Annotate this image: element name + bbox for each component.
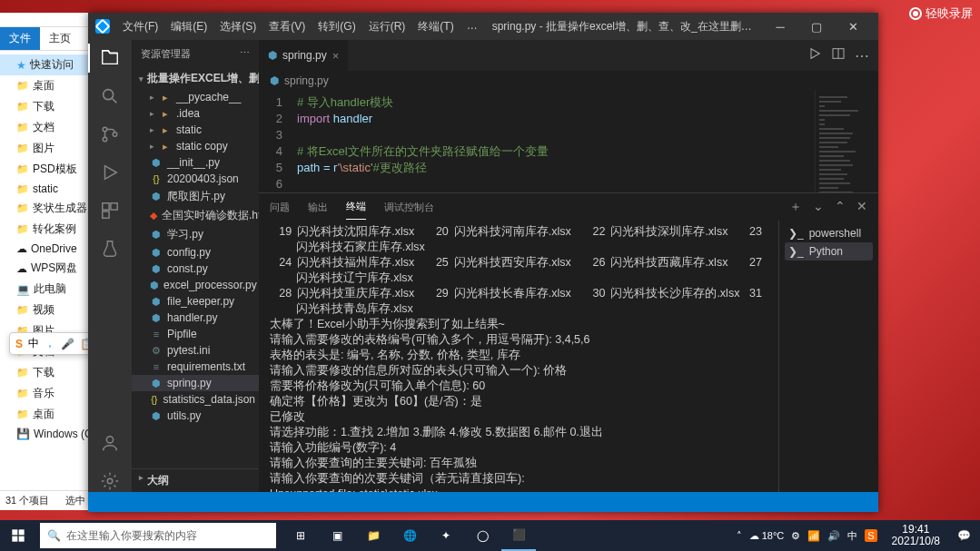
file-item[interactable]: ⚙pytest.ini [132, 342, 259, 359]
file-item[interactable]: ◆全国实时确诊数据.html [132, 206, 259, 225]
split-editor-icon[interactable] [831, 46, 846, 64]
taskbar-clock[interactable]: 19:41 2021/10/8 [885, 524, 947, 547]
taskbar-search[interactable]: 🔍 在这里输入你要搜索的内容 [40, 523, 276, 548]
explorer-pc-item[interactable]: 视频 [0, 300, 91, 320]
menu-view[interactable]: 查看(V) [263, 19, 311, 34]
file-item[interactable]: ⬢utils.py [132, 408, 259, 424]
minimap[interactable] [815, 91, 878, 192]
menu-terminal[interactable]: 终端(T) [412, 19, 459, 34]
close-panel-icon[interactable]: ✕ [856, 193, 867, 221]
wps-drive[interactable]: ☁ WPS网盘 [0, 258, 91, 279]
explorer-item[interactable]: 转化案例 [0, 219, 91, 240]
start-button[interactable] [0, 528, 36, 543]
file-item[interactable]: ⬢spring.py [132, 375, 259, 391]
menu-more[interactable]: … [461, 19, 483, 34]
explorer-pc-item[interactable]: 💾 Windows (C [0, 425, 91, 443]
tray-icon[interactable]: 🔊 [827, 530, 840, 542]
menu-selection[interactable]: 选择(S) [214, 19, 262, 34]
explorer-item[interactable]: 下载 [0, 96, 91, 117]
ime-lang[interactable]: 中 [28, 336, 39, 351]
explorer-item[interactable]: 文档 [0, 117, 91, 138]
terminal-dropdown-icon[interactable]: ⌄ [813, 193, 824, 221]
source-control-icon[interactable] [99, 123, 121, 145]
copilot-icon[interactable]: ✦ [429, 520, 463, 551]
editor-tab[interactable]: ⬢ spring.py × [259, 40, 349, 71]
this-pc[interactable]: 💻 此电脑 [0, 279, 91, 300]
file-item[interactable]: ⬢file_keeper.py [132, 293, 259, 310]
panel-tab-debug[interactable]: 调试控制台 [384, 195, 434, 220]
workspace-root[interactable]: 批量操作EXCEL增、删、查… [147, 71, 259, 86]
file-item[interactable]: {}statistics_data.json [132, 391, 259, 408]
explorer-pc-item[interactable]: 下载 [0, 362, 91, 383]
taskbar-app-icon[interactable]: ▣ [320, 520, 354, 551]
tray-icon[interactable]: ⚙ [791, 530, 800, 542]
explorer-item[interactable]: 桌面 [0, 75, 91, 96]
account-icon[interactable] [99, 432, 121, 454]
file-explorer-icon[interactable]: 📁 [356, 520, 391, 551]
ime-mic-icon[interactable]: 🎤 [61, 338, 74, 350]
weather-widget[interactable]: ☁ 18°C [749, 530, 785, 542]
file-item[interactable]: {}20200403.json [132, 171, 259, 187]
notification-icon[interactable]: 💬 [947, 529, 980, 542]
explorer-item[interactable]: 奖状生成器 [0, 198, 91, 219]
task-view-icon[interactable]: ⊞ [283, 520, 318, 551]
maximize-button[interactable]: ▢ [798, 13, 835, 40]
code-content[interactable]: # 导入handler模块 import handler # 将Excel文件所… [292, 91, 815, 192]
tab-close-icon[interactable]: × [332, 49, 340, 63]
vscode-menu[interactable]: 文件(F) 编辑(E) 选择(S) 查看(V) 转到(G) 运行(R) 终端(T… [117, 19, 483, 34]
menu-run[interactable]: 运行(R) [363, 19, 411, 34]
tray-ime-icon[interactable]: 中 [847, 529, 857, 543]
tab-more-icon[interactable]: ⋯ [855, 47, 869, 64]
file-item[interactable]: ⬢excel_processor.py [132, 277, 259, 293]
file-item[interactable]: ⬢__init__.py [132, 154, 259, 171]
file-item[interactable]: ⬢学习.py [132, 225, 259, 244]
terminal[interactable]: 19闪光科技沈阳库存.xlsx20闪光科技河南库存.xlsx22闪光科技深圳库存… [259, 221, 778, 492]
menu-file[interactable]: 文件(F) [117, 19, 163, 34]
close-button[interactable]: ✕ [835, 13, 871, 40]
panel-tab-problems[interactable]: 问题 [270, 195, 290, 220]
file-item[interactable]: ≡requirements.txt [132, 359, 259, 375]
vscode-titlebar[interactable]: 文件(F) 编辑(E) 选择(S) 查看(V) 转到(G) 运行(R) 终端(T… [88, 13, 878, 40]
explorer-item[interactable]: 图片 [0, 138, 91, 159]
tray-sogou-icon[interactable]: S [865, 529, 876, 542]
terminal-session[interactable]: ❯_Python [785, 242, 873, 261]
file-item[interactable]: ▸▸static copy [132, 138, 259, 154]
menu-go[interactable]: 转到(G) [312, 19, 361, 34]
file-item[interactable]: ▸▸.idea [132, 105, 259, 122]
panel-tab-output[interactable]: 输出 [308, 195, 328, 220]
outline-label[interactable]: 大纲 [147, 473, 169, 488]
breadcrumb[interactable]: ⬢ spring.py [259, 71, 878, 91]
status-bar[interactable] [88, 492, 878, 512]
file-item[interactable]: ▸▸static [132, 122, 259, 138]
code-editor[interactable]: 12345678 # 导入handler模块 import handler # … [259, 91, 878, 192]
search-icon[interactable] [99, 85, 121, 107]
vscode-taskbar-icon[interactable]: ⬛ [501, 520, 536, 551]
file-item[interactable]: ⬢const.py [132, 261, 259, 277]
minimize-button[interactable]: ─ [762, 13, 798, 40]
settings-icon[interactable] [99, 470, 121, 492]
file-item[interactable]: ▸▸__pycache__ [132, 89, 259, 105]
extensions-icon[interactable] [99, 200, 121, 221]
menu-edit[interactable]: 编辑(E) [165, 19, 213, 34]
onedrive[interactable]: ☁ OneDrive [0, 240, 91, 258]
testing-icon[interactable] [99, 238, 121, 260]
chrome-icon[interactable]: ◯ [465, 520, 500, 551]
tray-chevron-icon[interactable]: ˄ [737, 530, 742, 542]
maximize-panel-icon[interactable]: ⌃ [835, 193, 846, 221]
panel-tab-terminal[interactable]: 终端 [346, 194, 366, 220]
quick-access[interactable]: 快速访问 [0, 54, 91, 75]
explorer-item[interactable]: static [0, 180, 91, 198]
debug-icon[interactable] [99, 162, 121, 183]
new-terminal-icon[interactable]: ＋ [789, 193, 802, 221]
file-item[interactable]: ⬢handler.py [132, 310, 259, 326]
file-item[interactable]: ⬢爬取图片.py [132, 187, 259, 206]
sidebar-more-icon[interactable]: ⋯ [240, 47, 250, 61]
explorer-pc-item[interactable]: 桌面 [0, 404, 91, 425]
explorer-icon[interactable] [99, 47, 121, 69]
tray-icon[interactable]: 📶 [807, 530, 820, 542]
explorer-tab-file[interactable]: 文件 [0, 27, 40, 50]
explorer-item[interactable]: PSD模板 [0, 159, 91, 180]
file-item[interactable]: ≡Pipfile [132, 326, 259, 342]
terminal-session[interactable]: ❯_powershell [785, 224, 873, 242]
edge-icon[interactable]: 🌐 [392, 520, 427, 551]
